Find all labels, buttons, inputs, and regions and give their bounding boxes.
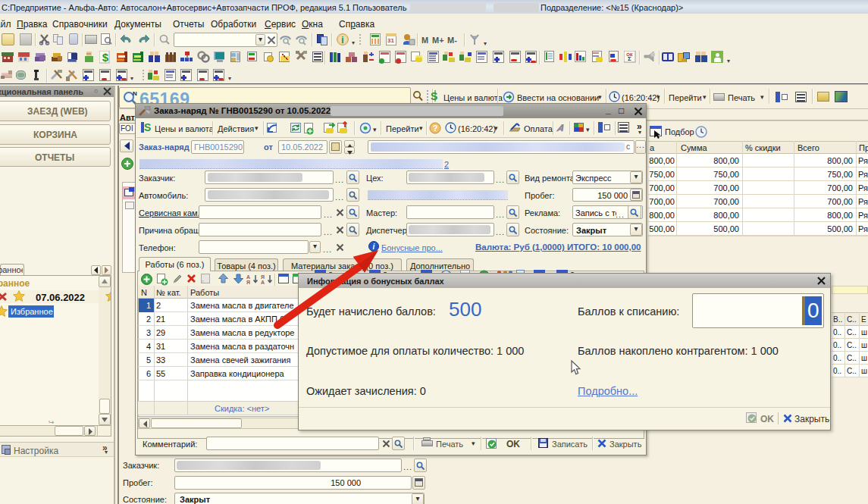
svg-text:$: $ <box>102 51 109 64</box>
svg-text:Σ: Σ <box>628 55 631 62</box>
svg-text:N: N <box>133 90 137 97</box>
svg-text:S: S <box>431 90 437 102</box>
svg-text:i: i <box>341 35 343 45</box>
svg-text:?: ? <box>433 124 438 133</box>
svg-text:S: S <box>144 121 151 133</box>
